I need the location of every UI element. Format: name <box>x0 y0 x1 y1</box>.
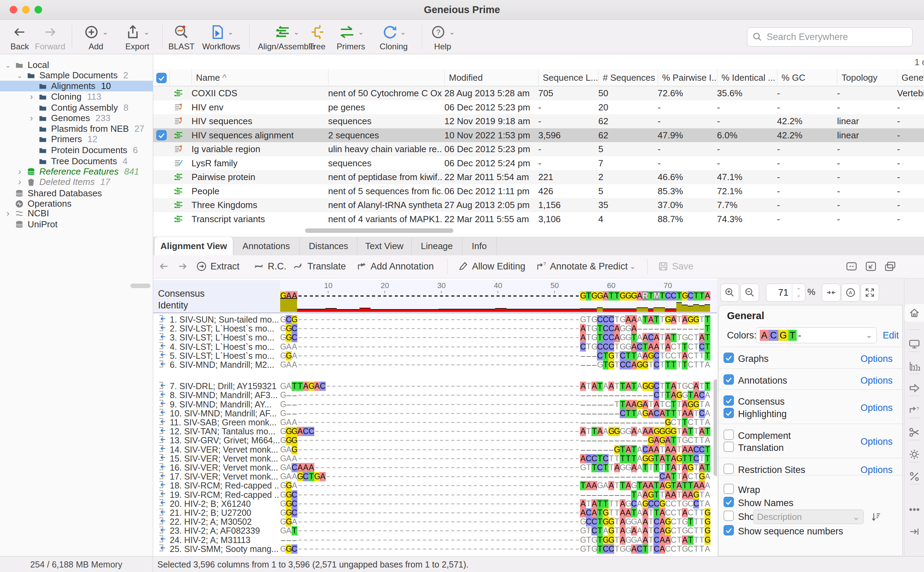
display-settings-icon[interactable] <box>904 338 924 350</box>
chevron-down-icon[interactable]: ⌄ <box>14 72 25 80</box>
column-header-modified[interactable]: Modified <box>444 69 538 86</box>
sequence-row-11[interactable]: 11. SIV-SAB; Green monk... <box>153 418 280 427</box>
sidebar-item-shared-databases[interactable]: Shared Databases <box>0 188 156 199</box>
general-home-icon[interactable] <box>904 304 924 322</box>
help-button[interactable]: ?⌄ Help <box>428 23 457 51</box>
add-button[interactable]: ⌄ Add <box>79 23 113 51</box>
sidebar-item-sample-documents[interactable]: ⌄Sample Documents2 <box>0 70 167 81</box>
graphs-settings-icon[interactable] <box>904 360 924 372</box>
sequence-row-10[interactable]: 10. SIV-MND; Mandrill; AF... <box>153 409 280 418</box>
aln-forward-icon[interactable] <box>176 258 192 275</box>
sequence-row-18[interactable]: 18. SIV-RCM; Red-capped ... <box>153 481 280 490</box>
sequence-row-14[interactable]: 14. SIV-VER; Vervet monk... <box>153 445 280 454</box>
table-row-hiv-sequences-alignment[interactable]: HIV sequences alignment2 sequences10 Nov… <box>153 128 924 143</box>
alignment-horizontal-scrollbar[interactable] <box>131 284 151 288</box>
checkbox-translation[interactable] <box>723 441 734 452</box>
add-annotation-button[interactable]: Add Annotation <box>356 258 434 275</box>
advanced-settings-icon[interactable] <box>904 448 924 460</box>
pop-out-icon[interactable] <box>865 258 880 275</box>
fit-to-width-button[interactable] <box>822 284 840 302</box>
restriction-sites-icon[interactable] <box>904 426 924 438</box>
checkbox-graphs[interactable] <box>723 353 734 363</box>
column-header-nseq[interactable]: # Sequences <box>598 69 658 86</box>
checkbox-consensus[interactable] <box>723 395 734 406</box>
chevron-right-icon[interactable]: › <box>14 166 25 177</box>
sidebar-item-protein-documents[interactable]: Protein Documents6 <box>0 145 179 155</box>
allow-editing-button[interactable]: Allow Editing <box>457 258 526 275</box>
checkbox-show-names[interactable] <box>723 497 734 507</box>
sequence-row-19[interactable]: 19. SIV-RCM; Red-capped ... <box>153 490 280 499</box>
sidebar-item-local[interactable]: ⌄Local <box>0 60 156 70</box>
alignment-view[interactable]: Consensus Identity 10203040506070GAAGTGG… <box>153 278 721 556</box>
select-all-checkbox[interactable] <box>156 73 166 83</box>
sequence-row-15[interactable]: 15. SIV-VER; Vervet monk... <box>153 454 280 463</box>
primers-button[interactable]: ⌄ Primers <box>332 23 370 51</box>
sequence-row-23[interactable]: 23. HIV-2; A; AF082339 <box>153 526 280 535</box>
column-header-genetic[interactable]: Genetic <box>897 69 924 86</box>
table-row-three-kingdoms[interactable]: Three Kingdomsnent of Alanyl-tRNA synthe… <box>153 198 924 212</box>
table-row-ig-variable-region[interactable]: Ig variable regionulin heavy chain varia… <box>153 142 924 156</box>
sequence-row-17[interactable]: 17. SIV-VER; Vervet monk... <box>153 472 280 481</box>
checkbox-show[interactable] <box>723 511 734 521</box>
options-link[interactable]: Options <box>860 375 893 386</box>
options-link[interactable]: Options <box>860 465 893 476</box>
tab-lineage[interactable]: Lineage <box>412 237 462 255</box>
row-checkbox[interactable] <box>156 130 166 140</box>
chevron-down-icon[interactable]: ⌄ <box>3 61 13 69</box>
extract-button[interactable]: Extract <box>196 258 240 275</box>
sequence-row-9[interactable]: 9. SIV-MND; Mandrill; AY... <box>153 400 280 409</box>
sequence-row-7[interactable]: 7. SIV-DRL; Drill; AY159321 <box>153 382 280 391</box>
sort-sequences-icon[interactable] <box>870 511 882 524</box>
chevron-right-icon[interactable]: › <box>3 208 13 219</box>
sequence-row-2[interactable]: 2. SIV-LST; L`Hoest`s mo... <box>153 324 280 333</box>
table-row-lysr-family[interactable]: LysR familysequences06 Dec 2012 5:24 pm-… <box>153 156 924 170</box>
sidebar-item-tree-documents[interactable]: Tree Documents4 <box>0 156 179 166</box>
table-row-people[interactable]: Peoplenent of 5 sequences from fic...06 … <box>153 184 924 198</box>
duplicate-view-icon[interactable] <box>884 258 900 275</box>
forward-button[interactable]: Forward <box>34 23 65 51</box>
search-everywhere-input[interactable]: Search Everywhere <box>747 27 913 47</box>
chevron-right-icon[interactable]: › <box>26 113 37 123</box>
sidebar-item-alignments[interactable]: Alignments10 <box>0 81 179 92</box>
sidebar-item-deleted-items[interactable]: ›Deleted Items17 <box>0 177 167 187</box>
back-button[interactable]: Back <box>8 23 32 51</box>
checkbox-complement[interactable] <box>723 429 734 440</box>
column-header-identical[interactable]: % Identical ... <box>717 69 777 86</box>
translate-button[interactable]: Translate <box>293 258 346 275</box>
chevron-right-icon[interactable]: › <box>14 177 25 187</box>
tab-alignment-view[interactable]: Alignment View <box>155 237 233 255</box>
sidebar-item-operations[interactable]: Operations <box>0 198 156 209</box>
tree-button[interactable]: Tree <box>305 23 329 51</box>
show-field-dropdown[interactable]: Description⌄ <box>753 510 863 524</box>
table-row-coxii-cds[interactable]: COXII CDSnent of 50 Cytochrome C Oxi...2… <box>153 86 924 100</box>
sidebar-item-uniprot[interactable]: UniProt <box>0 219 156 230</box>
options-link[interactable]: Options <box>860 403 893 413</box>
annotate-predict-button[interactable]: ?Annotate & Predict⌄ <box>535 258 636 275</box>
tab-annotations[interactable]: Annotations <box>233 237 300 255</box>
sequence-row-3[interactable]: 3. SIV-LST; L`Hoest`s mo... <box>153 333 280 342</box>
table-row-hiv-env[interactable]: HIV envpe genes06 Dec 2012 5:23 pm-20---… <box>153 100 924 115</box>
blast-button[interactable]: BLAST <box>168 23 195 51</box>
zoom-out-button[interactable] <box>740 284 759 302</box>
save-button[interactable]: Save <box>658 258 694 275</box>
column-header-description-column[interactable] <box>328 69 444 86</box>
checkbox-show-sequence-numbers[interactable] <box>723 525 734 535</box>
column-header-topology[interactable]: Topology <box>837 69 897 86</box>
sequence-row-8[interactable]: 8. SIV-MND; Mandrill; AF3... <box>153 390 280 400</box>
sequence-row-24[interactable]: 24. HIV-2; A; M31113 <box>153 535 280 545</box>
sequence-row-25[interactable]: 25. SIV-SMM; Sooty mang... <box>153 544 280 554</box>
sequence-row-16[interactable]: 16. SIV-VER; Vervet monk... <box>153 463 280 472</box>
collapse-panel-icon[interactable] <box>904 525 924 538</box>
sequence-row-4[interactable]: 4. SIV-LST; L`Hoest`s mo... <box>153 342 280 351</box>
tab-info[interactable]: Info <box>462 237 496 255</box>
sequence-row-12[interactable]: 12. SIV-TAN; Tantalus mo... <box>153 427 280 436</box>
zoom-value-input[interactable]: 71 ⌃⌄ <box>766 284 805 302</box>
column-header-name[interactable]: Name ^ <box>191 69 328 86</box>
zoom-in-button[interactable] <box>720 284 739 302</box>
tab-text-view[interactable]: Text View <box>358 237 412 255</box>
checkbox-highlighting[interactable] <box>723 408 734 418</box>
more-options-icon[interactable] <box>904 504 924 516</box>
sequence-row-21[interactable]: 21. HIV-2; B; U27200 <box>153 508 280 518</box>
column-header-pairwise[interactable]: % Pairwise I... <box>658 69 717 86</box>
table-horizontal-scrollbar[interactable] <box>305 228 453 233</box>
